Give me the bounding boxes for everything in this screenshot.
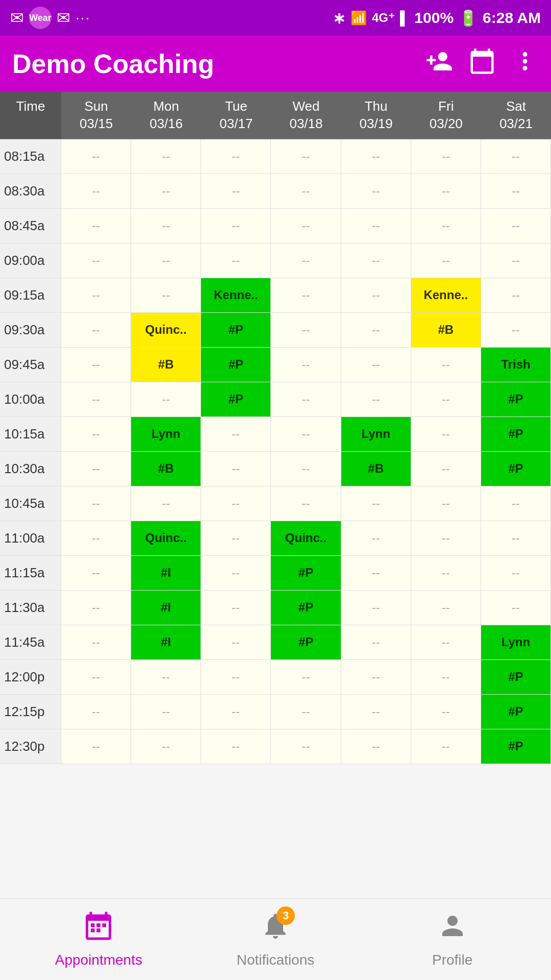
calendar-cell[interactable]: #B: [131, 348, 201, 382]
table-row[interactable]: 12:30p------------#P: [0, 729, 551, 764]
calendar-cell[interactable]: --: [411, 556, 481, 590]
calendar-cell[interactable]: #P: [481, 729, 551, 764]
calendar-cell[interactable]: --: [131, 174, 201, 208]
add-people-button[interactable]: [425, 47, 453, 81]
calendar-cell[interactable]: #P: [271, 591, 341, 625]
calendar-cell[interactable]: --: [201, 243, 271, 278]
calendar-cell[interactable]: --: [61, 695, 131, 729]
calendar-cell[interactable]: #P: [271, 556, 341, 590]
calendar-cell[interactable]: --: [411, 243, 481, 278]
calendar-cell[interactable]: --: [201, 452, 271, 486]
calendar-cell[interactable]: --: [201, 139, 271, 174]
calendar-cell[interactable]: --: [411, 625, 481, 659]
calendar-cell[interactable]: Quinc..: [131, 313, 201, 347]
calendar-cell[interactable]: --: [131, 695, 201, 729]
calendar-cell[interactable]: --: [481, 591, 551, 625]
calendar-cell[interactable]: --: [341, 556, 411, 590]
calendar-cell[interactable]: --: [341, 209, 411, 243]
nav-appointments[interactable]: Appointments: [10, 911, 187, 968]
table-row[interactable]: 09:45a--#B#P------Trish: [0, 348, 551, 382]
table-row[interactable]: 08:30a--------------: [0, 174, 551, 209]
calendar-cell[interactable]: --: [61, 591, 131, 625]
calendar-cell[interactable]: --: [271, 695, 341, 729]
calendar-cell[interactable]: --: [411, 729, 481, 764]
calendar-button[interactable]: [468, 47, 496, 81]
calendar-cell[interactable]: --: [131, 729, 201, 764]
calendar-cell[interactable]: Lynn: [341, 417, 411, 451]
calendar-cell[interactable]: Quinc..: [131, 521, 201, 555]
calendar-cell[interactable]: --: [271, 313, 341, 347]
calendar-cell[interactable]: --: [411, 139, 481, 174]
calendar-cell[interactable]: #B: [131, 452, 201, 486]
calendar-cell[interactable]: --: [61, 486, 131, 521]
calendar-cell[interactable]: --: [201, 729, 271, 764]
calendar-cell[interactable]: --: [271, 486, 341, 521]
calendar-cell[interactable]: --: [61, 729, 131, 764]
calendar-cell[interactable]: --: [61, 417, 131, 451]
calendar-cell[interactable]: --: [271, 382, 341, 416]
table-row[interactable]: 10:45a--------------: [0, 486, 551, 521]
calendar-cell[interactable]: --: [411, 591, 481, 625]
table-row[interactable]: 11:30a--#I--#P------: [0, 591, 551, 625]
calendar-cell[interactable]: --: [61, 139, 131, 174]
calendar-cell[interactable]: --: [271, 243, 341, 278]
calendar-cell[interactable]: --: [411, 174, 481, 208]
calendar-cell[interactable]: --: [341, 243, 411, 278]
calendar-cell[interactable]: Kenne..: [411, 278, 481, 312]
calendar-cell[interactable]: --: [201, 695, 271, 729]
calendar-cell[interactable]: --: [131, 660, 201, 694]
calendar-cell[interactable]: --: [411, 695, 481, 729]
calendar-cell[interactable]: --: [341, 591, 411, 625]
calendar-cell[interactable]: --: [481, 556, 551, 590]
calendar-cell[interactable]: --: [341, 348, 411, 382]
calendar-cell[interactable]: --: [271, 174, 341, 208]
calendar-cell[interactable]: --: [131, 209, 201, 243]
calendar-cell[interactable]: --: [201, 591, 271, 625]
calendar-cell[interactable]: #P: [481, 452, 551, 486]
table-row[interactable]: 12:00p------------#P: [0, 660, 551, 695]
table-row[interactable]: 11:00a--Quinc..--Quinc..------: [0, 521, 551, 556]
calendar-cell[interactable]: --: [61, 209, 131, 243]
calendar-cell[interactable]: #B: [341, 452, 411, 486]
calendar-cell[interactable]: #P: [481, 382, 551, 416]
calendar-cell[interactable]: --: [61, 521, 131, 555]
calendar-cell[interactable]: --: [481, 486, 551, 521]
calendar-cell[interactable]: --: [341, 660, 411, 694]
calendar-cell[interactable]: #P: [201, 313, 271, 347]
calendar-cell[interactable]: --: [271, 660, 341, 694]
calendar-cell[interactable]: --: [481, 139, 551, 174]
calendar-cell[interactable]: --: [201, 209, 271, 243]
nav-profile[interactable]: Profile: [364, 911, 541, 968]
table-row[interactable]: 11:15a--#I--#P------: [0, 556, 551, 591]
calendar-cell[interactable]: --: [411, 452, 481, 486]
calendar-cell[interactable]: Lynn: [131, 417, 201, 451]
calendar-cell[interactable]: #P: [201, 348, 271, 382]
calendar-cell[interactable]: #I: [131, 556, 201, 590]
calendar-cell[interactable]: --: [271, 348, 341, 382]
calendar-cell[interactable]: Kenne..: [201, 278, 271, 312]
calendar-cell[interactable]: --: [201, 625, 271, 659]
calendar-cell[interactable]: --: [341, 174, 411, 208]
calendar-cell[interactable]: --: [481, 174, 551, 208]
calendar-cell[interactable]: --: [341, 278, 411, 312]
calendar-cell[interactable]: --: [61, 278, 131, 312]
calendar-cell[interactable]: --: [411, 660, 481, 694]
calendar-cell[interactable]: --: [411, 521, 481, 555]
calendar-cell[interactable]: --: [481, 313, 551, 347]
calendar-cell[interactable]: --: [201, 521, 271, 555]
calendar-cell[interactable]: --: [271, 452, 341, 486]
table-row[interactable]: 08:45a--------------: [0, 209, 551, 243]
calendar-cell[interactable]: --: [61, 243, 131, 278]
table-row[interactable]: 09:00a--------------: [0, 243, 551, 278]
calendar-cell[interactable]: --: [341, 382, 411, 416]
calendar-cell[interactable]: Trish: [481, 348, 551, 382]
calendar-cell[interactable]: --: [341, 695, 411, 729]
calendar-cell[interactable]: #P: [481, 417, 551, 451]
calendar-cell[interactable]: --: [411, 417, 481, 451]
calendar-cell[interactable]: --: [131, 382, 201, 416]
calendar-cell[interactable]: --: [61, 556, 131, 590]
calendar-cell[interactable]: --: [201, 174, 271, 208]
table-row[interactable]: 08:15a--------------: [0, 139, 551, 174]
calendar-cell[interactable]: --: [411, 348, 481, 382]
calendar-cell[interactable]: --: [411, 486, 481, 521]
